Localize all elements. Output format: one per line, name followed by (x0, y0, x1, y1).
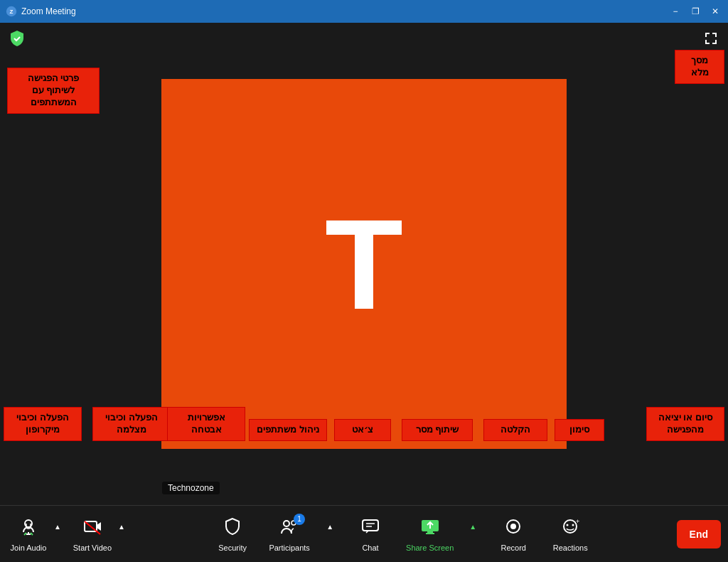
svg-text:+: + (576, 518, 579, 525)
share-screen-arrow[interactable]: ▲ (468, 521, 478, 532)
toolbar-left: Join Audio ▲ Start Video ▲ (7, 516, 127, 552)
tooltip-chat: צ׳אט (334, 419, 391, 441)
meeting-shield-icon[interactable] (7, 28, 27, 48)
start-video-icon (82, 516, 102, 541)
tooltip-reactions: סימון (555, 419, 604, 441)
video-tile: T (161, 79, 567, 449)
participants-count-badge: 1 (294, 514, 305, 525)
chat-icon (360, 516, 380, 541)
svg-point-7 (284, 521, 289, 526)
join-audio-label: Join Audio (11, 544, 47, 552)
chat-label: Chat (362, 544, 378, 552)
fullscreen-button[interactable] (701, 28, 721, 48)
zoom-logo-icon: Z (6, 6, 17, 17)
share-screen-label: Share Screen (406, 544, 454, 552)
tooltip-end: סיום או יציאה מהפגישה (646, 407, 724, 441)
join-audio-arrow[interactable]: ▲ (53, 521, 63, 532)
toolbar-right: End (677, 520, 721, 548)
participants-label: Participants (269, 544, 309, 552)
reactions-icon: + (560, 516, 580, 541)
svg-point-19 (572, 524, 574, 526)
restore-button[interactable]: ❐ (688, 4, 702, 18)
security-label: Security (218, 544, 247, 552)
minimize-button[interactable]: − (668, 4, 682, 18)
tooltip-start-video: הפעלה וכיבוי מצלמה (92, 407, 171, 441)
record-button[interactable]: Record (492, 516, 535, 552)
svg-rect-14 (426, 533, 434, 534)
tooltip-meeting-info: פרטי הפגישה לשיתוף עם המשתתפים (7, 68, 100, 114)
share-screen-button[interactable]: Share Screen (406, 516, 454, 552)
svg-rect-13 (427, 531, 433, 533)
svg-point-18 (567, 524, 569, 526)
reactions-label: Reactions (553, 544, 588, 552)
tooltip-share: שיתוף מסר (402, 419, 473, 441)
join-audio-button[interactable]: Join Audio (7, 516, 50, 552)
toolbar-center: Security 1 Participants ▲ (127, 516, 677, 552)
chat-button[interactable]: Chat (349, 516, 392, 552)
participant-initial: T (325, 191, 403, 338)
tooltip-security: אפשרויות אבטחה (167, 407, 245, 441)
participants-arrow[interactable]: ▲ (325, 521, 335, 532)
security-icon (223, 516, 242, 541)
end-button[interactable]: End (677, 520, 721, 548)
start-video-arrow[interactable]: ▲ (117, 521, 127, 532)
participant-name-label: Technozone (162, 482, 220, 494)
record-label: Record (500, 544, 525, 552)
tooltip-join-audio: הפעלה וכיבוי מיקרופון (4, 407, 82, 441)
tooltip-fullscreen: מסך מלא (675, 50, 724, 84)
participants-icon: 1 (279, 516, 299, 541)
close-button[interactable]: ✕ (708, 4, 722, 18)
tooltip-record: הקלטה (483, 419, 547, 441)
svg-rect-9 (363, 520, 378, 531)
participants-button[interactable]: 1 Participants (268, 516, 311, 552)
tooltip-participants: ניהול משתתפים (249, 419, 327, 441)
security-button[interactable]: Security (211, 516, 254, 552)
title-bar: Z Zoom Meeting − ❐ ✕ (0, 0, 728, 23)
record-icon (503, 516, 523, 541)
svg-text:Z: Z (10, 9, 14, 15)
window-controls: − ❐ ✕ (668, 4, 722, 18)
reactions-button[interactable]: + Reactions (549, 516, 592, 552)
toolbar: Join Audio ▲ Start Video ▲ Securit (0, 505, 728, 562)
start-video-button[interactable]: Start Video (71, 516, 114, 552)
share-screen-icon (420, 516, 440, 541)
start-video-label: Start Video (73, 544, 112, 552)
window-title: Zoom Meeting (21, 6, 76, 16)
svg-point-17 (564, 520, 577, 533)
svg-point-16 (510, 524, 516, 529)
join-audio-icon (18, 516, 38, 541)
